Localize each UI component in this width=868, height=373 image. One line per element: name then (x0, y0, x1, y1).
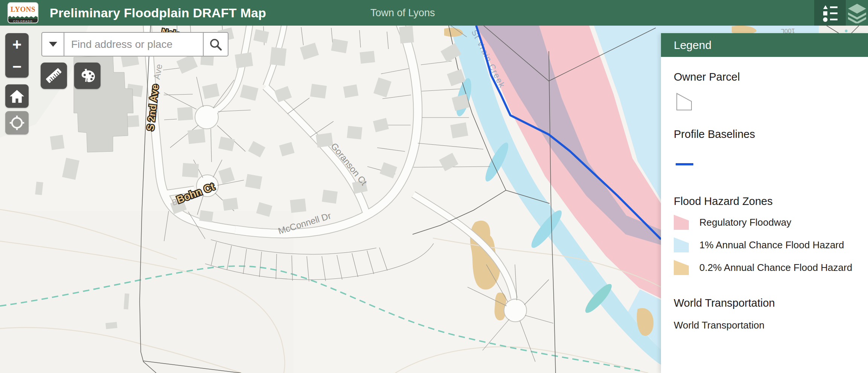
palette-icon (78, 67, 96, 85)
legend-toggle-button[interactable] (814, 0, 846, 26)
layers-button[interactable] (846, 0, 868, 26)
zoom-in-button[interactable]: + (5, 33, 29, 55)
measure-tool-button[interactable] (41, 63, 67, 89)
logo-subtext: COLORADO (8, 19, 38, 23)
legend-item-02pct-flood: 0.2% Annual Chance Flood Hazard (674, 258, 852, 277)
legend-section-world-transportation: World Transportation (674, 297, 775, 309)
legend-panel-title: Legend (661, 33, 868, 57)
org-subtitle: Town of Lyons (370, 0, 435, 26)
owner-parcel-swatch (676, 92, 698, 113)
home-button[interactable] (5, 84, 29, 108)
search-source-dropdown[interactable] (42, 33, 64, 56)
magnifier-icon (209, 38, 222, 51)
legend-section-flood-hazard: Flood Hazard Zones (674, 195, 773, 208)
caret-down-icon (49, 42, 57, 47)
minus-icon: − (12, 59, 22, 75)
search-button[interactable] (203, 33, 228, 56)
logo-trees-graphic (8, 16, 38, 19)
locate-button[interactable] (5, 111, 29, 135)
app-header: LYONS COLORADO Preliminary Floodplain DR… (0, 0, 868, 26)
legend-panel: Legend Owner Parcel Profile Baselines Fl… (661, 33, 868, 373)
02pct-flood-swatch (674, 260, 689, 275)
plus-icon: + (12, 37, 22, 52)
legend-item-1pct-flood: 1% Annual Chance Flood Hazard (674, 236, 844, 254)
legend-item-regulatory-floodway: Regulatory Floodway (674, 213, 791, 231)
1pct-flood-swatch (674, 237, 689, 252)
home-icon (9, 88, 25, 104)
lyons-logo: LYONS COLORADO (8, 2, 38, 23)
search-input[interactable] (64, 33, 203, 56)
page-title: Preliminary Floodplain DRAFT Map (50, 0, 266, 26)
legend-item-world-transportation: World Transportation (674, 319, 764, 331)
layers-icon (847, 2, 868, 23)
logo-text: LYONS (11, 5, 35, 14)
search-bar (41, 32, 228, 57)
legend-section-owner-parcel: Owner Parcel (674, 71, 740, 83)
basemap-style-button[interactable] (74, 63, 101, 89)
floodway-swatch (674, 215, 689, 230)
legend-section-profile-baselines: Profile Baselines (674, 128, 755, 141)
ruler-icon (45, 67, 63, 85)
profile-baseline-swatch (676, 163, 693, 165)
app-window: St Vrain Creek Ave S 2nd Ave Nelson Bohn… (0, 0, 868, 373)
crosshair-icon (9, 115, 25, 131)
zoom-control: + − (5, 33, 29, 78)
legend-list-icon (820, 3, 840, 23)
zoom-out-button[interactable]: − (5, 55, 29, 78)
